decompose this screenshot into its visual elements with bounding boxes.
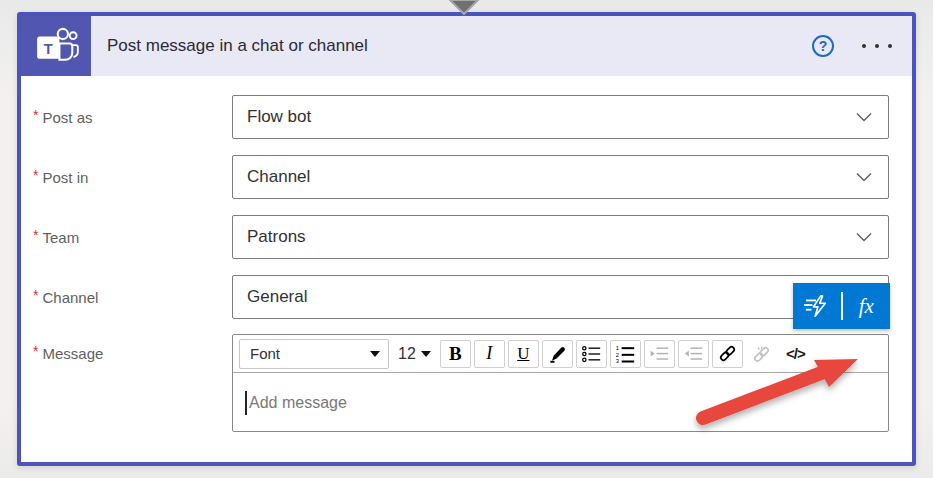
card-title-bar[interactable]: Post message in a chat or channel ?	[91, 16, 912, 76]
chevron-down-icon	[856, 233, 872, 242]
chevron-down-icon	[856, 113, 872, 122]
text-cursor	[245, 391, 247, 415]
unlink-icon	[751, 343, 772, 364]
message-label: * Message	[33, 334, 223, 372]
message-editor: Font 12 B I U	[232, 334, 889, 432]
team-dropdown[interactable]: Patrons	[232, 215, 889, 259]
channel-dropdown[interactable]: General	[232, 275, 889, 319]
indent-decrease-button[interactable]	[678, 340, 709, 368]
teams-icon: T	[21, 16, 91, 76]
remove-link-button[interactable]	[746, 340, 777, 368]
post-as-label: * Post as	[33, 95, 223, 139]
bullet-list-icon	[581, 344, 601, 364]
code-view-button[interactable]: </>	[780, 340, 811, 368]
post-as-dropdown[interactable]: Flow bot	[232, 95, 889, 139]
italic-button[interactable]: I	[474, 340, 505, 368]
post-in-value: Channel	[247, 167, 310, 187]
more-options-button[interactable]	[860, 38, 894, 54]
link-icon	[717, 343, 738, 364]
numbered-list-button[interactable]: 1 2 3	[610, 340, 641, 368]
chevron-down-icon	[856, 173, 872, 182]
required-asterisk: *	[33, 227, 38, 243]
indent-increase-button[interactable]	[644, 340, 675, 368]
dropdown-arrow-icon	[421, 351, 431, 357]
team-value: Patrons	[247, 227, 306, 247]
post-in-label: * Post in	[33, 155, 223, 199]
bold-button[interactable]: B	[440, 340, 471, 368]
svg-text:T: T	[44, 41, 53, 57]
pen-icon	[547, 344, 567, 364]
font-size-dropdown[interactable]: 12	[392, 340, 437, 368]
channel-label: * Channel	[33, 275, 223, 319]
help-button[interactable]: ?	[812, 35, 834, 57]
insert-link-button[interactable]	[712, 340, 743, 368]
indent-increase-icon	[649, 344, 669, 364]
fx-icon: fx	[859, 294, 874, 319]
font-family-dropdown[interactable]: Font	[239, 339, 389, 369]
card-title: Post message in a chat or channel	[107, 36, 368, 56]
numbered-list-icon: 1 2 3	[615, 344, 635, 364]
message-placeholder: Add message	[249, 394, 347, 412]
canvas: T Post message in a chat or channel ?	[0, 0, 933, 478]
indent-decrease-icon	[683, 344, 703, 364]
post-as-value: Flow bot	[247, 107, 311, 127]
ellipsis-icon	[862, 44, 866, 48]
dynamic-content-flyout: fx	[793, 283, 890, 329]
help-icon: ?	[819, 38, 828, 54]
message-input[interactable]: Add message	[233, 373, 888, 431]
required-asterisk: *	[33, 107, 38, 123]
card-header[interactable]: T Post message in a chat or channel ?	[21, 16, 912, 76]
bullet-list-button[interactable]	[576, 340, 607, 368]
required-asterisk: *	[33, 287, 38, 303]
richtext-toolbar: Font 12 B I U	[233, 335, 888, 373]
svg-text:1: 1	[616, 344, 619, 350]
dropdown-arrow-icon	[370, 351, 380, 357]
underline-button[interactable]: U	[508, 340, 539, 368]
team-label: * Team	[33, 215, 223, 259]
svg-text:3: 3	[616, 358, 619, 364]
svg-text:2: 2	[616, 351, 619, 357]
lightning-icon	[804, 294, 830, 318]
required-asterisk: *	[33, 167, 38, 183]
channel-value: General	[247, 287, 307, 307]
expression-button[interactable]: fx	[843, 283, 891, 329]
required-asterisk: *	[33, 343, 38, 359]
highlight-button[interactable]	[542, 340, 573, 368]
dynamic-content-button[interactable]	[793, 283, 841, 329]
post-in-dropdown[interactable]: Channel	[232, 155, 889, 199]
action-card: T Post message in a chat or channel ?	[17, 12, 916, 466]
